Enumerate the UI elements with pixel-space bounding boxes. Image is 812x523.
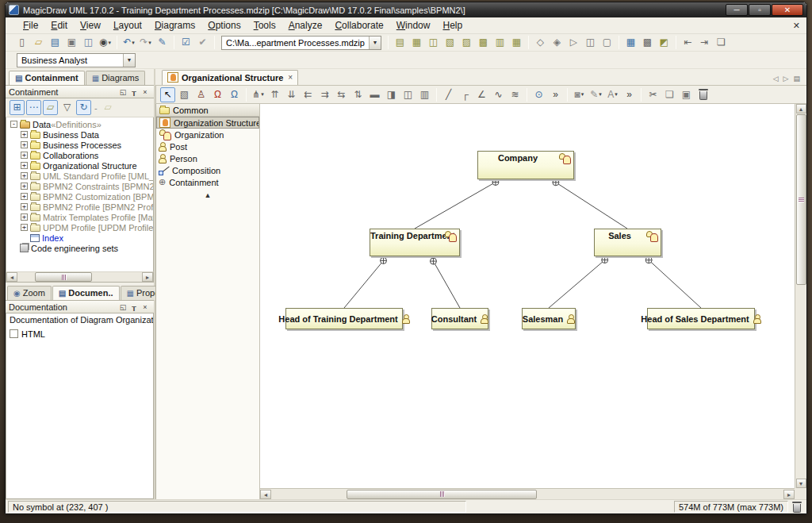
garbage-collect-button[interactable] xyxy=(790,501,804,513)
diagram-list-icon[interactable]: ▤ xyxy=(793,75,800,83)
scroll-right-icon[interactable]: ▸ xyxy=(783,490,795,499)
combo-arrow-icon[interactable]: ▼ xyxy=(123,54,135,67)
project-usages-icon[interactable]: ▦ xyxy=(409,35,424,50)
redo-icon[interactable]: ↷▾ xyxy=(138,35,153,50)
table-diagram-icon[interactable]: ▩ xyxy=(476,35,491,50)
palette-item-organization[interactable]: Organization xyxy=(156,129,259,140)
node-sales[interactable]: Sales xyxy=(594,229,661,256)
menu-help[interactable]: Help xyxy=(436,18,469,33)
collapse-node-icon[interactable]: - xyxy=(10,121,17,128)
auto-refresh-icon[interactable]: ↻ xyxy=(76,100,91,115)
tab-containment[interactable]: ▤Containment xyxy=(9,71,85,85)
layout-icon[interactable]: ▩ xyxy=(640,35,655,50)
expand-node-icon[interactable]: + xyxy=(21,141,28,148)
close-button[interactable]: ✕ xyxy=(772,4,803,16)
expand-selection-icon[interactable]: ⊞ xyxy=(10,100,25,115)
tab-documen-[interactable]: ▤Documen.. xyxy=(52,286,120,300)
zoom-tool-icon[interactable]: ⊙ xyxy=(531,87,546,102)
close-diagram-icon[interactable]: × xyxy=(288,73,293,82)
grid-icon[interactable]: ▦ xyxy=(623,35,638,50)
print-icon[interactable]: ▣ xyxy=(64,35,79,50)
tree-item-uml-standard-profile-uml-stand[interactable]: +UML Standard Profile [UML_Standar xyxy=(6,171,153,181)
distribute-v-icon[interactable]: ⇅ xyxy=(350,87,366,102)
menu-layout[interactable]: Layout xyxy=(107,18,148,33)
print-preview-icon[interactable]: ◫ xyxy=(81,35,96,50)
html-checkbox[interactable] xyxy=(10,329,18,338)
dependency-matrix-icon[interactable]: ◇ xyxy=(533,35,548,50)
title-bar[interactable]: MagicDraw UML 17.0.2 - Training Departme… xyxy=(6,2,806,17)
minimize-button[interactable]: ─ xyxy=(726,4,748,16)
more-tools-icon[interactable]: » xyxy=(548,87,563,102)
palette-item-organization-structure-di[interactable]: Organization Structure Di... xyxy=(156,117,259,129)
expand-node-icon[interactable]: + xyxy=(21,162,28,169)
spelling-icon[interactable]: ✎ xyxy=(155,35,170,50)
validate-icon[interactable]: ✔ xyxy=(195,35,210,50)
generic-table-icon[interactable]: ◫ xyxy=(583,35,598,50)
align-right-icon[interactable]: ⇉ xyxy=(317,87,332,102)
shared-packages-icon[interactable]: ◫ xyxy=(426,35,441,50)
palette-item-containment[interactable]: ⊕Containment xyxy=(156,176,259,188)
node-salesman[interactable]: Salesman xyxy=(522,308,576,329)
tree-item-updm-profile-updm-profile-for-[interactable]: +UPDM Profile [UPDM Profile for BPM xyxy=(6,222,153,233)
template-icon[interactable]: ▷ xyxy=(566,35,581,50)
expand-node-icon[interactable]: + xyxy=(21,224,28,231)
marquee-tool-icon[interactable]: ▧ xyxy=(177,87,192,102)
node-head-of-sales-department[interactable]: Head of Sales Department xyxy=(647,308,755,329)
open-project-icon[interactable]: ▱ xyxy=(31,35,46,50)
previous-diagram-icon[interactable]: ◁ xyxy=(773,75,779,83)
collapse-all-icon[interactable]: ⋯ xyxy=(26,100,41,115)
org-diagram-icon[interactable]: ▧ xyxy=(442,35,458,50)
make-same-width-icon[interactable]: ▬ xyxy=(367,87,382,102)
tree-item-business-data[interactable]: +Business Data xyxy=(6,129,153,140)
scrollbar-thumb[interactable] xyxy=(347,490,537,499)
tab-diagrams[interactable]: ▦Diagrams xyxy=(86,71,146,85)
menu-close-icon[interactable]: ✕ xyxy=(793,21,800,31)
node-training-department[interactable]: Training Department xyxy=(370,229,460,256)
node-company[interactable]: Company xyxy=(477,151,574,179)
map-diagram-icon[interactable]: ▦ xyxy=(509,35,524,50)
magnet-tool-icon[interactable]: Ω xyxy=(210,87,225,102)
validate-diagram-icon[interactable]: ◩ xyxy=(657,35,672,50)
canvas-horizontal-scrollbar[interactable]: ◂ ▸ xyxy=(260,488,795,499)
tree-item-bpmn2-profile-bpmn2-profile-md[interactable]: +BPMN2 Profile [BPMN2 Profile.mdzip xyxy=(6,202,153,212)
tree-item-data[interactable]: -Data «Definitions» xyxy=(6,119,153,129)
palette-item-post[interactable]: Post xyxy=(156,140,259,152)
tree-item-bpmn2-customization-bpmn2-cust[interactable]: +BPMN2 Customization [BPMN2 Custo xyxy=(6,191,153,202)
magnet2-tool-icon[interactable]: Ω xyxy=(227,87,242,102)
matrix-diagram-icon[interactable]: ▥ xyxy=(492,35,508,50)
delete-icon[interactable] xyxy=(695,87,710,102)
expand-node-icon[interactable]: + xyxy=(21,193,28,200)
copy-icon[interactable]: ❏ xyxy=(662,87,677,102)
tree-item-matrix-templates-profile-matri[interactable]: +Matrix Templates Profile [Matrix_Te xyxy=(6,212,153,222)
note-icon[interactable]: ❏ xyxy=(714,35,729,50)
combo-arrow-icon[interactable]: ▼ xyxy=(369,37,381,49)
diagram-canvas[interactable]: CompanyTraining DepartmentSalesHead of T… xyxy=(260,104,795,488)
selection-tool-icon[interactable]: ↖ xyxy=(160,87,175,102)
line-curved-icon[interactable]: ∿ xyxy=(491,87,506,102)
menu-analyze[interactable]: Analyze xyxy=(282,18,329,33)
menu-edit[interactable]: Edit xyxy=(44,18,74,33)
navigate-forward-icon[interactable]: ⇥ xyxy=(697,35,712,50)
line-rectilinear-icon[interactable]: ┌ xyxy=(458,87,473,102)
float-panel-icon[interactable]: ◱ xyxy=(117,303,128,311)
font-color-icon[interactable]: A▾ xyxy=(605,87,620,102)
active-file-combo[interactable]: C:\Ma...epartment Processes.mdzip ▼ xyxy=(221,36,381,50)
node-head-of-training-department[interactable]: Head of Training Department xyxy=(285,308,403,329)
person-diagram-icon[interactable]: ▨ xyxy=(459,35,474,50)
line-bezier-icon[interactable]: ∠ xyxy=(474,87,489,102)
tree-item-code-engineering-sets[interactable]: Code engineering sets xyxy=(6,243,153,253)
expand-node-icon[interactable]: + xyxy=(21,131,28,138)
menu-window[interactable]: Window xyxy=(390,18,437,33)
diagram-tab[interactable]: Organizational Structure × xyxy=(162,70,298,85)
pen-color-icon[interactable]: ✎▾ xyxy=(588,87,603,102)
relation-map-icon[interactable]: ◈ xyxy=(550,35,565,50)
tree-item-bpmn2-constraints-bpmn2-constr[interactable]: +BPMN2 Constraints [BPMN2 Constra xyxy=(6,181,153,191)
align-top-icon[interactable]: ⇈ xyxy=(267,87,282,102)
menu-collaborate[interactable]: Collaborate xyxy=(328,18,389,33)
pin-panel-icon[interactable]: ┰ xyxy=(128,88,140,96)
close-panel-icon[interactable]: × xyxy=(140,88,151,96)
commit-changes-icon[interactable]: ☑ xyxy=(178,35,193,50)
scroll-left-icon[interactable]: ◂ xyxy=(260,490,271,499)
align-left-icon[interactable]: ⇇ xyxy=(301,87,316,102)
center-h-icon[interactable]: ◫ xyxy=(400,87,416,102)
